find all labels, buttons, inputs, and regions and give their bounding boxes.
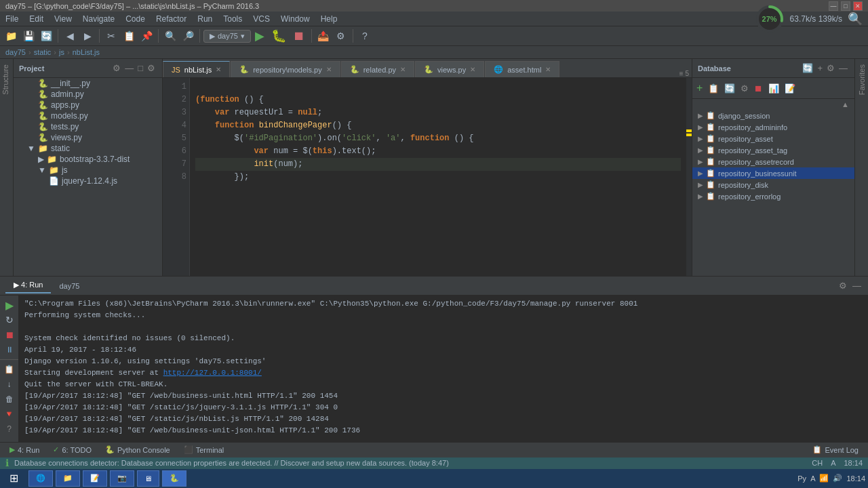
tab-close-icon[interactable]: ✕ <box>470 66 475 73</box>
db-assetrecord[interactable]: ▶ 📋 repository_assetrecord <box>692 156 854 167</box>
tab-models[interactable]: 🐍 repository\models.py ✕ <box>231 61 340 77</box>
db-stop-btn[interactable]: ⏹ <box>753 81 764 96</box>
tab-close-icon[interactable]: ✕ <box>400 66 406 73</box>
db-table-btn[interactable]: 📊 <box>767 81 781 96</box>
taskbar-word[interactable]: 📝 <box>83 470 107 487</box>
project-expand-icon[interactable]: □ <box>136 62 144 75</box>
bottom-tab-todo[interactable]: ✓ 6: TODO <box>46 443 98 457</box>
help-button[interactable]: ? <box>357 28 373 44</box>
run-dump-button[interactable]: 📋 <box>3 363 16 376</box>
menu-vcs[interactable]: VCS <box>248 13 275 25</box>
tab-views[interactable]: 🐍 views.py ✕ <box>415 61 484 77</box>
breadcrumb-day75[interactable]: day75 <box>5 48 26 56</box>
replace-button[interactable]: 🔎 <box>180 28 196 44</box>
bottom-tab-event-log[interactable]: 📋 Event Log <box>806 443 865 457</box>
tree-item-views[interactable]: 🐍 views.py <box>14 132 162 143</box>
db-admininfo[interactable]: ▶ 📋 repository_admininfo <box>692 121 854 133</box>
db-refresh-icon[interactable]: 🔄 <box>801 62 814 75</box>
stop-button[interactable]: ⏹ <box>290 28 308 45</box>
db-add-icon[interactable]: + <box>816 62 824 75</box>
tree-item-init[interactable]: 🐍 __init__.py <box>14 78 162 89</box>
menu-edit[interactable]: Edit <box>24 13 49 25</box>
menu-code[interactable]: Code <box>120 13 151 25</box>
code-area[interactable]: (function () { var requestUrl = null; fu… <box>190 78 686 276</box>
db-sql-btn[interactable]: 📝 <box>783 81 797 96</box>
menu-tools[interactable]: Tools <box>218 13 248 25</box>
run-info-button[interactable]: ? <box>3 422 16 436</box>
run-tab-day75[interactable]: day75 <box>51 279 87 293</box>
db-errorlog[interactable]: ▶ 📋 repository_errorlog <box>692 190 854 202</box>
tab-nblist[interactable]: JS nbList.js ✕ <box>163 61 230 77</box>
run-restart-button[interactable]: ▶ <box>3 298 16 312</box>
taskbar-files[interactable]: 📁 <box>56 470 80 487</box>
server-link[interactable]: http://127.0.0.1:8001/ <box>163 369 262 377</box>
tree-item-admin[interactable]: 🐍 admin.py <box>14 89 162 100</box>
menu-run[interactable]: Run <box>192 13 218 25</box>
taskbar-browser[interactable]: 🌐 <box>28 470 53 487</box>
copy-button[interactable]: 📋 <box>121 28 137 44</box>
run-filter-button[interactable]: 🔻 <box>3 407 16 421</box>
menu-refactor[interactable]: Refactor <box>151 13 192 25</box>
run-button[interactable]: ▶ <box>252 27 267 45</box>
vcs-button[interactable]: 📤 <box>315 28 332 44</box>
run-clear-button[interactable]: 🗑 <box>3 392 16 406</box>
db-settings-icon[interactable]: ⚙ <box>825 62 836 75</box>
tab-asset[interactable]: 🌐 asset.html ✕ <box>485 61 559 77</box>
project-selector[interactable]: ▶ day75 ▾ <box>203 30 251 43</box>
run-tab-run[interactable]: ▶ 4: Run <box>5 278 51 293</box>
tab-related[interactable]: 🐍 related.py ✕ <box>341 61 414 77</box>
project-gear-icon[interactable]: ⚙ <box>146 62 157 75</box>
project-view-button[interactable]: 📁 <box>3 28 19 44</box>
run-stop-button[interactable]: ⏹ <box>3 328 16 342</box>
db-properties-btn[interactable]: ⚙ <box>739 81 750 96</box>
tree-item-bootstrap[interactable]: ▶ 📁 bootstrap-3.3.7-dist <box>14 154 162 165</box>
db-hide-icon[interactable]: — <box>837 62 849 75</box>
run-settings-icon[interactable]: ⚙ <box>837 279 848 292</box>
tree-item-js[interactable]: ▼ 📁 js <box>14 165 162 176</box>
db-businessunit[interactable]: ▶ 📋 repository_businessunit <box>692 167 854 179</box>
tree-item-models[interactable]: 🐍 models.py <box>14 110 162 121</box>
db-sync-btn[interactable]: 🔄 <box>723 81 736 96</box>
cut-button[interactable]: ✂ <box>103 28 119 44</box>
run-rerun-button[interactable]: ↻ <box>3 313 16 327</box>
menu-help[interactable]: Help <box>315 13 343 25</box>
back-button[interactable]: ◀ <box>62 28 78 44</box>
tab-close-icon[interactable]: ✕ <box>216 66 221 73</box>
sync-button[interactable]: 🔄 <box>38 28 54 44</box>
editor[interactable]: 1 2 3 4 5 6 7 8 (function () { var reque… <box>163 78 692 276</box>
tree-item-apps[interactable]: 🐍 apps.py <box>14 100 162 110</box>
project-settings-icon[interactable]: ⚙ <box>111 62 122 75</box>
menu-file[interactable]: File <box>0 13 24 25</box>
tab-close-icon[interactable]: ✕ <box>326 66 332 73</box>
menu-view[interactable]: View <box>49 13 77 25</box>
save-button[interactable]: 💾 <box>20 28 37 44</box>
run-pause-button[interactable]: ⏸ <box>3 343 16 357</box>
tree-item-jquery[interactable]: 📄 jquery-1.12.4.js <box>14 176 162 186</box>
taskbar-cmd[interactable]: 🖥 <box>137 470 159 487</box>
breadcrumb-file[interactable]: nbList.js <box>73 48 100 56</box>
run-scroll-button[interactable]: ↓ <box>3 378 16 391</box>
start-button[interactable]: ⊞ <box>3 469 24 488</box>
project-hide-icon[interactable]: — <box>123 62 135 75</box>
settings-button[interactable]: ⚙ <box>333 28 349 44</box>
db-remove-btn[interactable]: 📋 <box>707 81 720 96</box>
debug-button[interactable]: 🐛 <box>269 27 289 45</box>
bottom-tab-python-console[interactable]: 🐍 Python Console <box>98 443 177 457</box>
db-disk[interactable]: ▶ 📋 repository_disk <box>692 179 854 190</box>
forward-button[interactable]: ▶ <box>79 28 96 44</box>
menu-navigate[interactable]: Navigate <box>77 13 120 25</box>
tree-item-tests[interactable]: 🐍 tests.py <box>14 121 162 132</box>
taskbar-pycharm[interactable]: 🐍 <box>162 470 186 487</box>
db-asset[interactable]: ▶ 📋 repository_asset <box>692 133 854 144</box>
bottom-tab-terminal[interactable]: ⬛ Terminal <box>177 443 231 457</box>
db-add-btn[interactable]: + <box>695 81 704 96</box>
find-button[interactable]: 🔍 <box>162 28 178 44</box>
menu-window[interactable]: Window <box>275 13 315 25</box>
tree-item-static[interactable]: ▼ 📁 static <box>14 143 162 154</box>
bottom-tab-run[interactable]: ▶ 4: Run <box>3 443 46 457</box>
db-asset-tag[interactable]: ▶ 📋 repository_asset_tag <box>692 144 854 156</box>
paste-button[interactable]: 📌 <box>138 28 155 44</box>
breadcrumb-js[interactable]: js <box>59 48 64 56</box>
db-django-session[interactable]: ▶ 📋 django_session <box>692 110 854 121</box>
favorites-label[interactable]: Favorites <box>856 59 867 100</box>
